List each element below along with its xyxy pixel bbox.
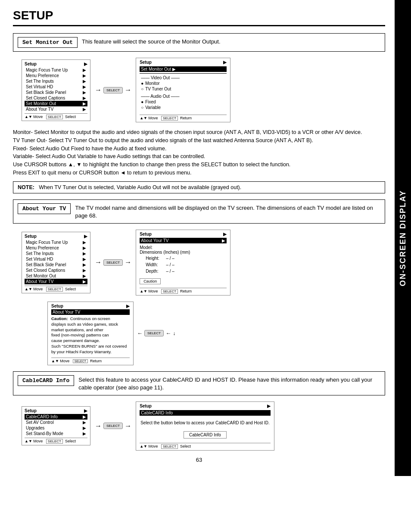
menu-item: Set Black Side Panel ▶ [25,262,87,268]
arrow-right-area: → SELECT → [95,86,131,94]
about-your-tv-label: About Your TV [18,203,71,214]
about-tv-right-menu: Setup▶ About Your TV▶ Model: Dimensions … [136,230,230,296]
about-tv-left-menu: Setup ▶ Magic Focus Tune Up ▶ Menu Prefe… [22,232,90,293]
select-button-3[interactable]: SELECT [144,330,164,336]
menu-item: Magic Focus Tune Up ▶ [25,67,87,73]
menu-footer: ▲▼ Move SELECT Return [140,115,227,120]
cablecard-info-button[interactable]: CableCARD Info [184,431,227,439]
menu-item-highlighted: Set Monitor Out ▶ [140,66,227,72]
set-monitor-out-label: Set Monitor Out [18,37,78,48]
note-text: When TV Tuner Out is selected, Variable … [39,184,241,190]
about-tv-highlighted: About Your TV▶ [140,238,227,243]
menu-footer: ▲▼ Move SELECT Select [25,438,87,443]
cablecard-info-label: CableCARD Info [18,375,74,386]
menu-item: Set Stand-By Mode ▶ [25,431,87,436]
arrow-right-icon4: → [125,258,131,266]
set-monitor-out-row: Set Monitor Out This feature will select… [13,33,385,52]
arrow-right-icon2: → [125,86,131,94]
radio-monitor: ● Monitor [140,81,227,86]
return-arrows: ← SELECT ← ↓ [137,330,175,336]
arrow-left-icon2: ← [165,330,171,336]
menu-item: Set Monitor Out ▶ [25,273,87,279]
menu-item: Set The Inputs ▶ [25,251,87,256]
select-button[interactable]: SELECT [103,87,123,93]
note-box: NOTE: When TV Tuner Out is selected, Var… [13,181,385,193]
set-monitor-out-desc: This feature will select the source of t… [82,37,380,46]
arrow-right-icon: → [95,86,102,94]
radio-variable: ○ Variable [140,105,227,110]
menu-item: Magic Focus Tune Up ▶ [25,240,87,245]
radio-fixed: ● Fixed [140,99,227,105]
cablecard-footer: ▲▼ Move SELECT Select [140,443,271,448]
desc-line-6: Press EXIT to quit menu or CURSOR button… [13,169,385,177]
caution-button[interactable]: Caution [140,278,161,284]
caution-screen: Setup▶ About Your TV Caution: Continuous… [47,302,134,365]
monitor-out-left-menu: Setup ▶ Magic Focus Tune Up ▶ Menu Prefe… [22,59,90,121]
arrow-right-icon6: → [125,422,131,430]
cablecard-screens: Setup ▶ CableCARD Info ▶ Set AV Control … [22,401,385,451]
about-your-tv-row: About Your TV The TV model name and dime… [13,199,385,224]
note-label: NOTE: [18,184,34,190]
menu-footer: ▲▼ Move SELECT Select [25,286,87,291]
desc-line-5: Use CURSOR buttons ▲, ▼ to highlight the… [13,161,385,169]
menu-item: Menu Preference ▶ [25,73,87,78]
about-your-tv-desc: The TV model name and dimensions will be… [75,203,380,220]
menu-footer: ▲▼ Move SELECT Select [25,113,87,119]
menu-item: Set Black Side Panel ▶ [25,90,87,95]
cablecard-info-text: Select the button below to access your C… [140,418,271,428]
menu-item-highlighted: Set Monitor Out ▶ [25,101,87,106]
radio-tv-tuner-out: ○ TV Tuner Out [140,86,227,92]
desc-line-2: TV Tuner Out- Select TV Tuner Out to out… [13,137,385,145]
arrow-right-icon3: → [95,258,102,266]
arrow-right-icon5: → [95,422,102,430]
select-button-2[interactable]: SELECT [103,259,123,266]
cablecard-right-menu: Setup ▶ CableCARD Info Select the button… [136,401,274,451]
menu-item: Set Closed Captions ▶ [25,268,87,273]
arrow-left-icon: ← [137,330,143,336]
monitor-out-right-menu: Setup ▶ Set Monitor Out ▶ —— Video Out —… [136,58,230,122]
menu-item: Upgrades ▶ [25,425,87,431]
cablecard-left-menu: Setup ▶ CableCARD Info ▶ Set AV Control … [22,406,90,445]
desc-line-1: Monitor- Select Monitor to output the au… [13,128,385,137]
sidebar-label: ON-SCREEN DISPLAY [395,0,411,476]
menu-item: About Your TV ▶ [25,106,87,112]
desc-line-3: Fixed- Select Audio Out Fixed to have th… [13,145,385,153]
desc-line-4: Variable- Select Audio Out Variable to h… [13,152,385,161]
arrow-down-icon: ↓ [173,330,175,336]
dims-table: Model: Dimensions (Inches) (mm) Height: … [140,245,227,284]
menu-item: Menu Preference ▶ [25,245,87,251]
monitor-out-desc-block: Monitor- Select Monitor to output the au… [13,128,385,177]
menu-item: Set Closed Captions ▶ [25,95,87,101]
cablecard-item-highlighted: CableCARD Info ▶ [25,414,87,420]
select-button-4[interactable]: SELECT [103,423,123,429]
menu-item: Set AV Control ▶ [25,420,87,425]
about-your-tv-screens: Setup ▶ Magic Focus Tune Up ▶ Menu Prefe… [22,230,385,296]
menu-item: Set Virtual HD ▶ [25,84,87,90]
menu-item-about-highlighted: About Your TV ▶ [25,279,87,284]
cablecard-info-row: CableCARD Info Select this feature to ac… [13,371,385,395]
menu-item: Set The Inputs ▶ [25,78,87,84]
page-number: 63 [13,457,385,463]
cablecard-menu-highlighted: CableCARD Info [140,410,271,416]
about-tv-footer: ▲▼ Move SELECT Return [140,288,227,293]
menu-item: Set Virtual HD ▶ [25,256,87,262]
set-monitor-out-screens: Setup ▶ Magic Focus Tune Up ▶ Menu Prefe… [22,58,385,122]
arrow-about-area: → SELECT → [95,258,131,266]
arrow-cablecard-area: → SELECT → [95,422,131,430]
caution-footer: ▲▼ Move SELECT Return [51,358,130,363]
caution-text: Caution: Continuous on-screen displays s… [51,316,130,355]
caution-menu-highlighted: About Your TV [51,309,130,315]
cablecard-info-desc: Select this feature to access your Cable… [78,375,380,392]
page-title: SETUP [13,9,385,26]
caution-screens-row: Setup▶ About Your TV Caution: Continuous… [22,302,385,365]
